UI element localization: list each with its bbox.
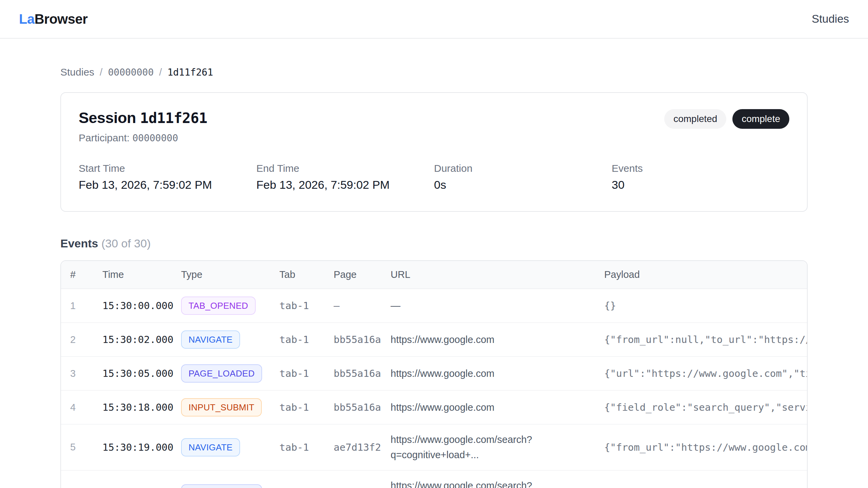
nav-studies-link[interactable]: Studies — [812, 13, 849, 25]
event-time: 15:30:05.000 — [102, 357, 181, 390]
meta-value: 30 — [612, 178, 789, 191]
event-time: 15:30:19.000 — [102, 424, 181, 470]
event-page: ae7d13f2 — [334, 470, 391, 488]
event-time: 15:30:22.000 — [102, 470, 181, 488]
event-tab: tab-1 — [279, 390, 334, 424]
breadcrumb-separator: / — [159, 66, 162, 78]
event-time: 15:30:02.000 — [102, 323, 181, 357]
event-num: 5 — [61, 424, 102, 470]
events-heading-word: Events — [60, 237, 98, 250]
meta-label: End Time — [256, 163, 434, 174]
meta-duration: Duration 0s — [434, 163, 612, 191]
events-table-card: # Time Type Tab Page URL Payload 1 15:30… — [60, 260, 808, 488]
event-url: https://www.google.com/search? q=cogniti… — [391, 470, 604, 488]
event-type-badge: INPUT_SUBMIT — [181, 398, 262, 416]
event-type-badge: NAVIGATE — [181, 330, 240, 349]
event-num: 6 — [61, 470, 102, 488]
status-badge-group: completed complete — [664, 109, 789, 129]
participant-line: Participant: 00000000 — [79, 132, 207, 144]
breadcrumb: Studies / 00000000 / 1d11f261 — [60, 66, 808, 78]
participant-id: 00000000 — [132, 133, 178, 144]
meta-label: Start Time — [79, 163, 256, 174]
event-row: 3 15:30:05.000 PAGE_LOADED tab-1 bb55a16… — [61, 357, 807, 390]
events-heading-count: (30 of 30) — [101, 237, 151, 250]
event-num: 4 — [61, 390, 102, 424]
event-payload: {"from_url":null,"to_url":"https://ww... — [604, 323, 807, 357]
column-header-page: Page — [334, 261, 391, 289]
event-payload: {} — [604, 289, 807, 323]
column-header-type: Type — [181, 261, 279, 289]
meta-value: Feb 13, 2026, 7:59:02 PM — [256, 178, 434, 191]
event-row: 1 15:30:00.000 TAB_OPENED tab-1 — — {} — [61, 289, 807, 323]
meta-value: Feb 13, 2026, 7:59:02 PM — [79, 178, 256, 191]
event-type-badge: TAB_OPENED — [181, 297, 256, 315]
logo-accent-text: La — [19, 12, 35, 26]
meta-label: Events — [612, 163, 789, 174]
event-tab: tab-1 — [279, 470, 334, 488]
event-page: bb55a16a — [334, 390, 391, 424]
status-badge-complete: complete — [732, 109, 789, 129]
events-section-heading: Events (30 of 30) — [60, 237, 808, 250]
event-payload: {"url":"https://www.google.com/search... — [604, 470, 807, 488]
column-header-url: URL — [391, 261, 604, 289]
breadcrumb-studies-link[interactable]: Studies — [60, 66, 94, 78]
event-tab: tab-1 — [279, 323, 334, 357]
event-payload: {"url":"https://www.google.com","titl... — [604, 357, 807, 390]
event-page: bb55a16a — [334, 357, 391, 390]
event-page: ae7d13f2 — [334, 424, 391, 470]
event-page: bb55a16a — [334, 323, 391, 357]
event-type-badge: PAGE_LOADED — [181, 364, 262, 383]
event-page: — — [334, 289, 391, 323]
event-time: 15:30:00.000 — [102, 289, 181, 323]
event-payload: {"from_url":"https://www.google.com",... — [604, 424, 807, 470]
events-table-body: 1 15:30:00.000 TAB_OPENED tab-1 — — {} 2… — [61, 289, 807, 488]
event-num: 1 — [61, 289, 102, 323]
event-row: 6 15:30:22.000 PAGE_LOADED tab-1 ae7d13f… — [61, 470, 807, 488]
participant-label: Participant: — [79, 132, 130, 143]
session-summary-card: Session 1d11f261 Participant: 00000000 c… — [60, 92, 808, 212]
session-title-prefix: Session — [79, 109, 136, 126]
session-title: Session 1d11f261 — [79, 109, 207, 127]
meta-value: 0s — [434, 178, 612, 191]
event-num: 2 — [61, 323, 102, 357]
event-row: 4 15:30:18.000 INPUT_SUBMIT tab-1 bb55a1… — [61, 390, 807, 424]
meta-label: Duration — [434, 163, 612, 174]
top-nav: Studies — [812, 13, 849, 25]
event-url: https://www.google.com/search? q=cogniti… — [391, 424, 604, 470]
event-time: 15:30:18.000 — [102, 390, 181, 424]
event-tab: tab-1 — [279, 289, 334, 323]
logo-rest-text: Browser — [35, 12, 88, 26]
event-url: https://www.google.com — [391, 357, 604, 390]
app-logo[interactable]: LaBrowser — [19, 12, 87, 27]
session-meta-grid: Start Time Feb 13, 2026, 7:59:02 PM End … — [79, 163, 789, 191]
event-row: 5 15:30:19.000 NAVIGATE tab-1 ae7d13f2 h… — [61, 424, 807, 470]
event-row: 2 15:30:02.000 NAVIGATE tab-1 bb55a16a h… — [61, 323, 807, 357]
page-content: Studies / 00000000 / 1d11f261 Session 1d… — [0, 66, 868, 488]
event-url: https://www.google.com — [391, 390, 604, 424]
meta-events-count: Events 30 — [612, 163, 789, 191]
column-header-tab: Tab — [279, 261, 334, 289]
event-type-badge: PAGE_LOADED — [181, 484, 262, 488]
event-type-badge: NAVIGATE — [181, 438, 240, 456]
event-tab: tab-1 — [279, 424, 334, 470]
event-url: https://www.google.com — [391, 323, 604, 357]
meta-start-time: Start Time Feb 13, 2026, 7:59:02 PM — [79, 163, 256, 191]
event-tab: tab-1 — [279, 357, 334, 390]
events-table-header: # Time Type Tab Page URL Payload — [61, 261, 807, 289]
events-table: # Time Type Tab Page URL Payload 1 15:30… — [61, 261, 807, 488]
event-num: 3 — [61, 357, 102, 390]
meta-end-time: End Time Feb 13, 2026, 7:59:02 PM — [256, 163, 434, 191]
event-payload: {"field_role":"search_query","service... — [604, 390, 807, 424]
column-header-payload: Payload — [604, 261, 807, 289]
breadcrumb-session-id: 1d11f261 — [167, 67, 213, 78]
column-header-time: Time — [102, 261, 181, 289]
status-badge-completed: completed — [664, 109, 726, 129]
column-header-num: # — [61, 261, 102, 289]
session-title-id: 1d11f261 — [140, 110, 207, 126]
app-header: LaBrowser Studies — [0, 0, 868, 39]
breadcrumb-separator: / — [100, 66, 102, 78]
breadcrumb-study-id-link[interactable]: 00000000 — [108, 67, 154, 78]
event-url: — — [391, 289, 604, 323]
